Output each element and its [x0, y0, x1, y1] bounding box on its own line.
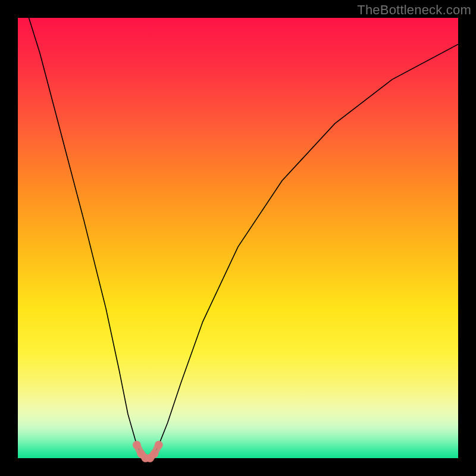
- curve-path: [18, 0, 458, 458]
- bottleneck-curve: [18, 18, 458, 458]
- chart-frame: TheBottleneck.com: [0, 0, 476, 476]
- watermark-text: TheBottleneck.com: [357, 2, 471, 18]
- marker-dot: [133, 441, 141, 449]
- marker-dot: [150, 450, 158, 458]
- marker-dot: [155, 441, 163, 449]
- plot-area: [18, 18, 458, 458]
- sweet-spot-markers: [133, 441, 163, 462]
